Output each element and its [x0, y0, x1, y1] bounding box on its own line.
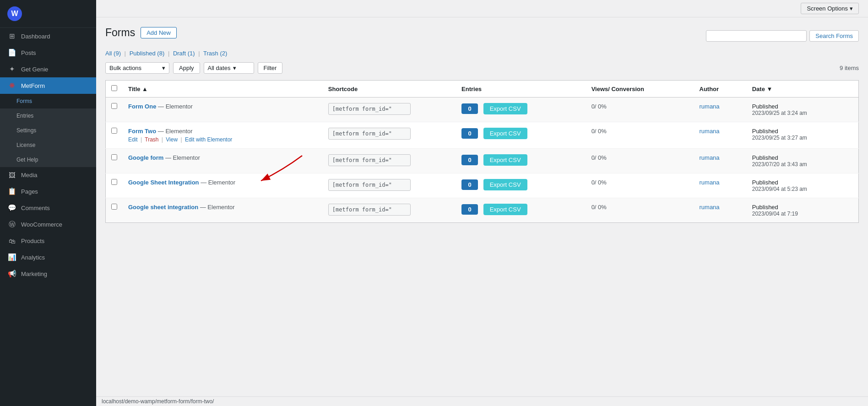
- form-title-link[interactable]: Google sheet integration: [128, 204, 198, 211]
- sidebar-item-entries[interactable]: Entries: [0, 108, 96, 123]
- sidebar-item-label: Pages: [21, 188, 38, 195]
- entries-badge: 0: [461, 155, 478, 165]
- table-row: Form Two — Elementor Edit | Trash | View…: [106, 122, 859, 149]
- sidebar-item-get-help[interactable]: Get Help: [0, 152, 96, 167]
- filter-trash-link[interactable]: Trash (2): [203, 50, 227, 57]
- export-csv-button[interactable]: Export CSV: [483, 179, 527, 190]
- author-link[interactable]: rumana: [700, 179, 720, 186]
- trash-link[interactable]: Trash: [145, 136, 158, 143]
- page-header-row: Forms Add New Search Forms: [105, 27, 859, 45]
- shortcode-field[interactable]: [metform form_id=": [328, 204, 411, 216]
- form-type: — Elementor: [201, 179, 235, 186]
- export-csv-button[interactable]: Export CSV: [483, 128, 527, 139]
- add-new-button[interactable]: Add New: [141, 27, 177, 38]
- filter-draft-link[interactable]: Draft (1): [173, 50, 195, 57]
- form-type: — Elementor: [165, 154, 200, 161]
- author-link[interactable]: rumana: [700, 204, 720, 211]
- author-link[interactable]: rumana: [700, 128, 720, 135]
- wp-logo: W: [7, 6, 22, 21]
- get-genie-icon: ✦: [7, 65, 16, 73]
- sidebar-item-label: Analytics: [21, 254, 45, 261]
- sidebar-item-pages[interactable]: 📋 Pages: [0, 183, 96, 200]
- dates-dropdown[interactable]: All dates ▾: [204, 62, 254, 74]
- date-sort-link[interactable]: Date ▼: [752, 86, 773, 92]
- export-csv-button[interactable]: Export CSV: [483, 204, 527, 215]
- sidebar-item-posts[interactable]: 📄 Posts: [0, 44, 96, 61]
- views-conversion-value: 0/ 0%: [591, 128, 607, 135]
- metform-icon: ❋: [7, 81, 16, 90]
- search-forms-button[interactable]: Search Forms: [809, 30, 859, 42]
- search-input[interactable]: [706, 30, 807, 42]
- title-column-header[interactable]: Title ▲: [123, 81, 323, 97]
- view-link[interactable]: View: [166, 136, 178, 143]
- chevron-down-icon: ▾: [162, 65, 165, 71]
- filter-published-link[interactable]: Published (8): [130, 50, 165, 57]
- row-checkbox[interactable]: [111, 103, 117, 109]
- author-link[interactable]: rumana: [700, 103, 720, 110]
- sidebar-submenu-label: Get Help: [16, 157, 38, 163]
- sidebar-item-label: WooCommerce: [21, 221, 62, 228]
- title-sort-link[interactable]: Title ▲: [128, 86, 148, 92]
- export-csv-button[interactable]: Export CSV: [483, 103, 527, 114]
- shortcode-field[interactable]: [metform form_id=": [328, 128, 411, 140]
- row-checkbox[interactable]: [111, 154, 117, 160]
- form-title-link[interactable]: Google form: [128, 154, 163, 161]
- pages-icon: 📋: [7, 187, 16, 195]
- filter-all-link[interactable]: All (9): [105, 50, 121, 57]
- sidebar-item-get-genie[interactable]: ✦ Get Genie: [0, 61, 96, 77]
- filter-button[interactable]: Filter: [258, 62, 283, 74]
- sidebar-item-woocommerce[interactable]: Ⓦ WooCommerce: [0, 216, 96, 233]
- views-conversion-cell: 0/ 0%: [586, 97, 694, 122]
- sidebar-item-forms[interactable]: Forms: [0, 94, 96, 108]
- metform-submenu: Forms Entries Settings License Get Help: [0, 94, 96, 167]
- table-row: Google form — Elementor[metform form_id=…: [106, 149, 859, 173]
- media-icon: 🖼: [7, 171, 16, 179]
- entries-badge: 0: [461, 128, 478, 139]
- form-title-link[interactable]: Form One: [128, 103, 156, 110]
- sidebar-item-license[interactable]: License: [0, 138, 96, 152]
- dates-label: All dates: [208, 65, 231, 71]
- sidebar-item-media[interactable]: 🖼 Media: [0, 167, 96, 183]
- forms-table: Title ▲ Shortcode Entries Views/ Convers…: [105, 80, 859, 223]
- sidebar-item-products[interactable]: 🛍 Products: [0, 233, 96, 249]
- shortcode-field[interactable]: [metform form_id=": [328, 154, 411, 166]
- entries-badge: 0: [461, 179, 478, 190]
- sidebar-item-label: MetForm: [21, 82, 45, 89]
- author-link[interactable]: rumana: [700, 154, 720, 161]
- views-conversion-cell: 0/ 0%: [586, 173, 694, 198]
- edit-link[interactable]: Edit: [128, 136, 138, 143]
- screen-options-label: Screen Options: [807, 5, 848, 12]
- row-checkbox[interactable]: [111, 179, 117, 185]
- date-value: 2023/07/20 at 3:43 am: [752, 161, 853, 168]
- shortcode-field[interactable]: [metform form_id=": [328, 179, 411, 191]
- row-checkbox[interactable]: [111, 128, 117, 134]
- views-conversion-cell: 0/ 0%: [586, 122, 694, 149]
- sidebar-item-dashboard[interactable]: ⊞ Dashboard: [0, 28, 96, 44]
- sidebar-item-label: Comments: [21, 205, 50, 211]
- row-checkbox[interactable]: [111, 204, 117, 210]
- sidebar-item-metform[interactable]: ❋ MetForm: [0, 77, 96, 94]
- apply-button[interactable]: Apply: [173, 62, 200, 74]
- sidebar-item-marketing[interactable]: 📢 Marketing: [0, 265, 96, 282]
- export-csv-button[interactable]: Export CSV: [483, 154, 527, 166]
- form-title-link[interactable]: Form Two: [128, 128, 156, 135]
- bulk-actions-dropdown[interactable]: Bulk actions ▾: [105, 62, 169, 74]
- analytics-icon: 📊: [7, 253, 16, 261]
- dashboard-icon: ⊞: [7, 32, 16, 40]
- date-status: Published: [752, 103, 853, 110]
- sidebar-item-comments[interactable]: 💬 Comments: [0, 200, 96, 216]
- sidebar-item-settings[interactable]: Settings: [0, 123, 96, 138]
- shortcode-field[interactable]: [metform form_id=": [328, 103, 411, 115]
- screen-options-button[interactable]: Screen Options ▾: [801, 3, 859, 14]
- select-all-checkbox[interactable]: [111, 85, 117, 91]
- select-all-column: [106, 81, 123, 97]
- products-icon: 🛍: [7, 237, 16, 245]
- date-value: 2023/09/04 at 5:23 am: [752, 186, 853, 192]
- edit-with-elementor-link[interactable]: Edit with Elementor: [185, 136, 232, 143]
- page-title: Forms: [105, 27, 135, 39]
- date-column-header[interactable]: Date ▼: [747, 81, 859, 97]
- sidebar-item-analytics[interactable]: 📊 Analytics: [0, 249, 96, 265]
- form-title-link[interactable]: Google Sheet Integration: [128, 179, 199, 186]
- table-row: Form One — Elementor[metform form_id="0 …: [106, 97, 859, 122]
- sep2: |: [168, 50, 169, 57]
